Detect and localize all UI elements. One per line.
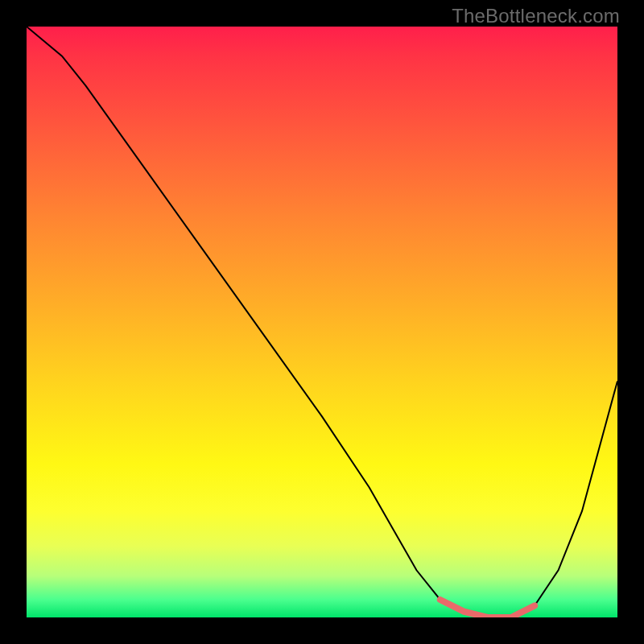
watermark-text: TheBottleneck.com [452, 5, 620, 27]
curve-layer [27, 27, 617, 617]
bottleneck-curve [27, 27, 617, 617]
chart-frame: TheBottleneck.com [0, 0, 644, 644]
sweet-spot-segment [440, 600, 535, 617]
plot-area [27, 27, 617, 617]
